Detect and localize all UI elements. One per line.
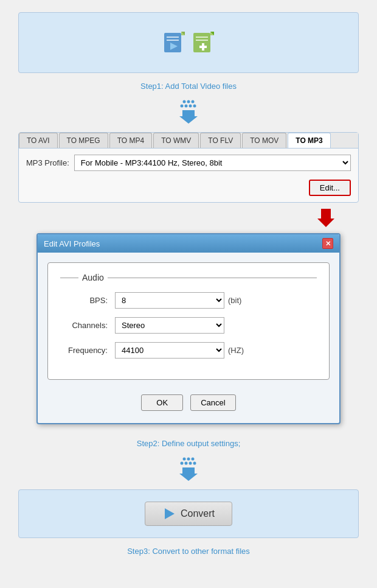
dialog-content: Audio BPS: 8 16 24 32 (bit)	[38, 253, 339, 423]
edit-button[interactable]: Edit...	[309, 180, 351, 196]
frequency-unit: (HZ)	[228, 346, 244, 355]
frequency-field-row: Frequency: 8000 11025 22050 44100 48000 …	[60, 342, 317, 359]
tab-to-mpeg[interactable]: TO MPEG	[59, 133, 108, 148]
svg-marker-21	[317, 209, 334, 227]
edit-row: Edit...	[19, 177, 358, 202]
svg-point-25	[181, 462, 184, 465]
step2-label: Step2: Define output settings;	[18, 439, 359, 448]
svg-marker-29	[179, 467, 198, 481]
dialog-buttons: OK Cancel	[47, 390, 330, 413]
dialog-titlebar: Edit AVI Profiles ✕	[38, 234, 339, 253]
svg-rect-1	[167, 37, 179, 38]
svg-point-24	[192, 458, 195, 461]
tabs-panel: TO AVI TO MPEG TO MP4 TO WMV TO FLV TO M…	[18, 132, 359, 203]
edit-avi-dialog: Edit AVI Profiles ✕ Audio BPS: 8 16 24 3…	[36, 233, 341, 424]
svg-point-14	[187, 100, 190, 103]
bps-unit: (bit)	[228, 296, 241, 305]
convert-label: Convert	[181, 508, 215, 519]
step2-arrow	[18, 457, 359, 481]
channels-select[interactable]: Mono Stereo	[115, 317, 224, 334]
red-arrow	[18, 209, 359, 227]
step1-label: Step1: Add Total Video files	[18, 82, 359, 91]
bps-select[interactable]: 8 16 24 32	[115, 292, 224, 309]
frequency-label: Frequency:	[60, 346, 115, 355]
svg-marker-20	[179, 110, 198, 124]
profile-row: MP3 Profile: For Mobile - MP3:44100 Hz, …	[19, 149, 358, 177]
step3-label: Step3: Convert to other format files	[18, 547, 359, 556]
svg-rect-10	[199, 46, 207, 48]
svg-point-27	[189, 462, 192, 465]
tab-to-wmv[interactable]: TO WMV	[153, 133, 199, 148]
dialog-close-button[interactable]: ✕	[322, 238, 333, 249]
channels-label: Channels:	[60, 321, 115, 330]
tabs-row: TO AVI TO MPEG TO MP4 TO WMV TO FLV TO M…	[19, 133, 358, 149]
file-drop-area[interactable]	[18, 12, 359, 73]
bps-field-row: BPS: 8 16 24 32 (bit)	[60, 292, 317, 309]
profile-select[interactable]: For Mobile - MP3:44100 Hz, Stereo, 8bit	[74, 155, 351, 171]
bps-label: BPS:	[60, 296, 115, 305]
step1-arrow	[18, 99, 359, 124]
dialog-cancel-button[interactable]: Cancel	[190, 394, 235, 411]
tab-to-mov[interactable]: TO MOV	[242, 133, 286, 148]
svg-rect-7	[196, 37, 208, 38]
dialog-title: Edit AVI Profiles	[44, 239, 100, 248]
svg-point-22	[183, 458, 186, 461]
add-file-icon	[192, 32, 214, 54]
profile-label: MP3 Profile:	[26, 158, 69, 167]
svg-point-16	[181, 105, 184, 108]
svg-point-18	[189, 105, 192, 108]
svg-point-28	[193, 462, 196, 465]
tab-to-mp4[interactable]: TO MP4	[109, 133, 152, 148]
convert-area: Convert	[18, 489, 359, 538]
svg-marker-30	[165, 508, 175, 519]
tab-to-mp3[interactable]: TO MP3	[288, 133, 330, 148]
dialog-overlay: Edit AVI Profiles ✕ Audio BPS: 8 16 24 3…	[18, 233, 359, 424]
audio-group: Audio BPS: 8 16 24 32 (bit)	[47, 262, 330, 380]
svg-point-15	[192, 100, 195, 103]
svg-point-23	[187, 458, 190, 461]
main-container: Step1: Add Total Video files TO AVI TO M…	[0, 0, 377, 568]
dialog-ok-button[interactable]: OK	[141, 394, 183, 411]
convert-play-icon	[162, 507, 176, 520]
video-file-icon	[163, 32, 185, 54]
svg-point-13	[183, 100, 186, 103]
tab-to-avi[interactable]: TO AVI	[19, 133, 58, 148]
frequency-select[interactable]: 8000 11025 22050 44100 48000	[115, 342, 224, 359]
svg-rect-0	[164, 33, 181, 52]
svg-point-17	[185, 105, 188, 108]
tab-to-flv[interactable]: TO FLV	[200, 133, 241, 148]
svg-rect-8	[196, 40, 208, 41]
svg-point-19	[193, 105, 196, 108]
channels-field-row: Channels: Mono Stereo	[60, 317, 317, 334]
audio-group-legend: Audio	[60, 273, 317, 282]
svg-rect-2	[167, 40, 179, 41]
svg-point-26	[185, 462, 188, 465]
convert-button[interactable]: Convert	[145, 502, 232, 526]
